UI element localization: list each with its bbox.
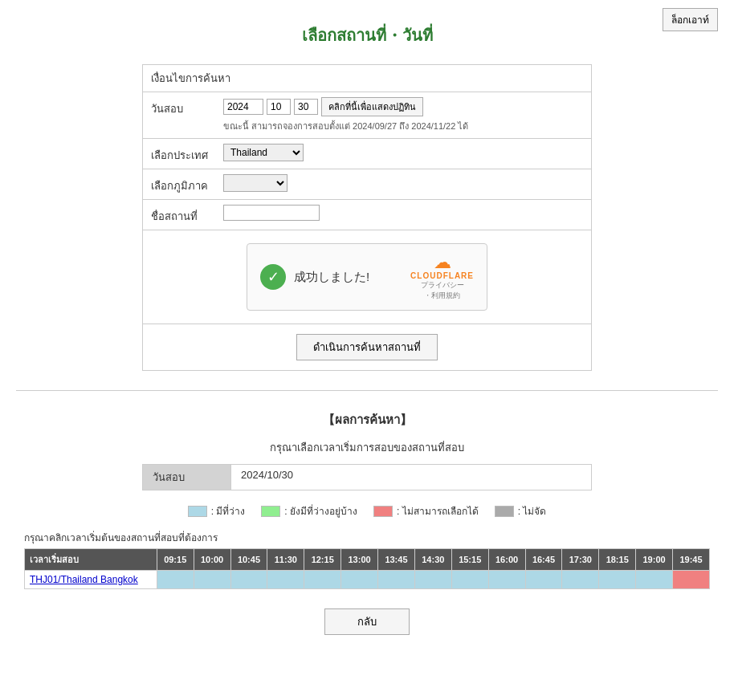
col-header-1815: 18:15: [599, 549, 636, 571]
section-header: เงื่อนไขการค้นหา: [143, 65, 591, 92]
col-header-1130: 11:30: [267, 549, 304, 571]
time-cell[interactable]: [304, 571, 341, 589]
schedule-note: กรุณาคลิกเวลาเริ่มต้นของสถานที่สอบที่ต้อ…: [24, 530, 710, 545]
time-cell: [673, 571, 710, 589]
exam-date-label: วันสอบ: [151, 97, 223, 117]
legend-unset-box: [495, 506, 514, 517]
month-input[interactable]: [267, 99, 291, 115]
col-header-1045: 10:45: [230, 549, 267, 571]
time-cell[interactable]: [525, 571, 562, 589]
date-note: ขณะนี้ สามารถจองการสอบตั้งแต่ 2024/09/27…: [223, 119, 583, 133]
results-exam-date-row: วันสอบ 2024/10/30: [142, 464, 592, 490]
back-button[interactable]: กลับ: [324, 608, 410, 635]
table-row: THJ01/Thailand Bangkok: [25, 571, 710, 589]
time-cell[interactable]: [230, 571, 267, 589]
country-select[interactable]: Thailand: [223, 144, 304, 161]
legend-unavailable: : ไม่สามารถเลือกได้: [373, 503, 479, 519]
year-input[interactable]: [223, 99, 263, 115]
time-cell[interactable]: [488, 571, 525, 589]
station-content: [223, 205, 583, 221]
captcha-text: 成功しました!: [294, 270, 369, 285]
schedule-table: เวลาเริ่มสอบ 09:15 10:00 10:45 11:30 12:…: [24, 548, 710, 589]
captcha-check-icon: ✓: [260, 264, 286, 290]
cloudflare-privacy: プライバシー ・利用規約: [421, 280, 464, 300]
cloudflare-label: CLOUDFLARE: [410, 271, 474, 280]
region-content: [223, 174, 583, 192]
schedule-section: กรุณาคลิกเวลาเริ่มต้นของสถานที่สอบที่ต้อ…: [24, 530, 710, 589]
results-exam-date-label: วันสอบ: [143, 465, 231, 490]
col-header-1730: 17:30: [562, 549, 599, 571]
day-input[interactable]: [294, 99, 318, 115]
station-row: ชื่อสถานที่: [143, 200, 591, 230]
divider: [16, 390, 718, 391]
legend-partial: : ยังมีที่ว่างอยู่บ้าง: [261, 503, 357, 519]
station-link[interactable]: THJ01/Thailand Bangkok: [30, 574, 138, 585]
logout-button[interactable]: ล็อกเอาท์: [663, 8, 718, 31]
page-title: เลือกสถานที่・วันที่: [16, 22, 718, 48]
results-subtitle: กรุณาเลือกเวลาเริ่มการสอบของสถานที่สอบ: [16, 439, 718, 456]
legend-available-box: [188, 506, 207, 517]
legend-unavailable-label: : ไม่สามารถเลือกได้: [397, 503, 479, 519]
time-cell[interactable]: [378, 571, 415, 589]
region-row: เลือกภูมิภาค: [143, 169, 591, 200]
legend-available-label: : มีที่ว่าง: [211, 503, 246, 519]
col-header-0915: 09:15: [157, 549, 194, 571]
cloudflare-cloud-icon: ☁: [434, 254, 451, 271]
legend-unset-label: : ไม่จัด: [518, 503, 547, 519]
time-cell[interactable]: [341, 571, 378, 589]
search-btn-row: ดำเนินการค้นหาสถานที่: [143, 324, 591, 370]
exam-date-row: วันสอบ คลิกที่นี้เพื่อแสดงปฏิทิน ขณะนี้ …: [143, 92, 591, 139]
results-title: 【ผลการค้นหา】: [16, 410, 718, 429]
time-cell[interactable]: [636, 571, 673, 589]
legend-unset: : ไม่จัด: [495, 503, 547, 519]
col-header-1945: 19:45: [673, 549, 710, 571]
search-form: เงื่อนไขการค้นหา วันสอบ คลิกที่นี้เพื่อแ…: [142, 64, 592, 371]
col-header-1430: 14:30: [414, 549, 451, 571]
station-name-input[interactable]: [223, 205, 320, 221]
station-label: ชื่อสถานที่: [151, 205, 223, 225]
col-header-1645: 16:45: [525, 549, 562, 571]
col-header-1600: 16:00: [488, 549, 525, 571]
col-header-1300: 13:00: [341, 549, 378, 571]
schedule-header-row: เวลาเริ่มสอบ 09:15 10:00 10:45 11:30 12:…: [25, 549, 710, 571]
results-exam-date-value: 2024/10/30: [231, 465, 303, 490]
time-cell[interactable]: [562, 571, 599, 589]
col-header-station: เวลาเริ่มสอบ: [25, 549, 157, 571]
country-content: Thailand: [223, 144, 583, 161]
region-select[interactable]: [223, 174, 287, 192]
captcha-row: ✓ 成功しました! ☁ CLOUDFLARE プライバシー ・利用規約: [143, 230, 591, 324]
region-label: เลือกภูมิภาค: [151, 174, 223, 194]
col-header-1900: 19:00: [636, 549, 673, 571]
time-cell[interactable]: [194, 571, 230, 589]
search-button[interactable]: ดำเนินการค้นหาสถานที่: [296, 334, 438, 360]
col-header-1000: 10:00: [194, 549, 230, 571]
country-row: เลือกประเทศ Thailand: [143, 139, 591, 169]
legend: : มีที่ว่าง : ยังมีที่ว่างอยู่บ้าง : ไม่…: [16, 503, 718, 519]
col-header-1345: 13:45: [378, 549, 415, 571]
captcha-box: ✓ 成功しました! ☁ CLOUDFLARE プライバシー ・利用規約: [247, 243, 487, 311]
time-cell[interactable]: [599, 571, 636, 589]
legend-partial-box: [261, 506, 280, 517]
time-cell[interactable]: [267, 571, 304, 589]
legend-unavailable-box: [373, 506, 393, 517]
col-header-1215: 12:15: [304, 549, 341, 571]
country-label: เลือกประเทศ: [151, 144, 223, 164]
cloudflare-branding: ☁ CLOUDFLARE プライバシー ・利用規約: [410, 254, 474, 300]
time-cell[interactable]: [451, 571, 488, 589]
back-btn-row: กลับ: [16, 608, 718, 635]
time-cell[interactable]: [157, 571, 194, 589]
col-header-1515: 15:15: [451, 549, 488, 571]
time-cell[interactable]: [414, 571, 451, 589]
legend-available: : มีที่ว่าง: [188, 503, 246, 519]
calendar-button[interactable]: คลิกที่นี้เพื่อแสดงปฏิทิน: [321, 97, 423, 116]
captcha-left: ✓ 成功しました!: [260, 264, 369, 290]
legend-partial-label: : ยังมีที่ว่างอยู่บ้าง: [284, 503, 357, 519]
exam-date-content: คลิกที่นี้เพื่อแสดงปฏิทิน ขณะนี้ สามารถจ…: [223, 97, 583, 133]
